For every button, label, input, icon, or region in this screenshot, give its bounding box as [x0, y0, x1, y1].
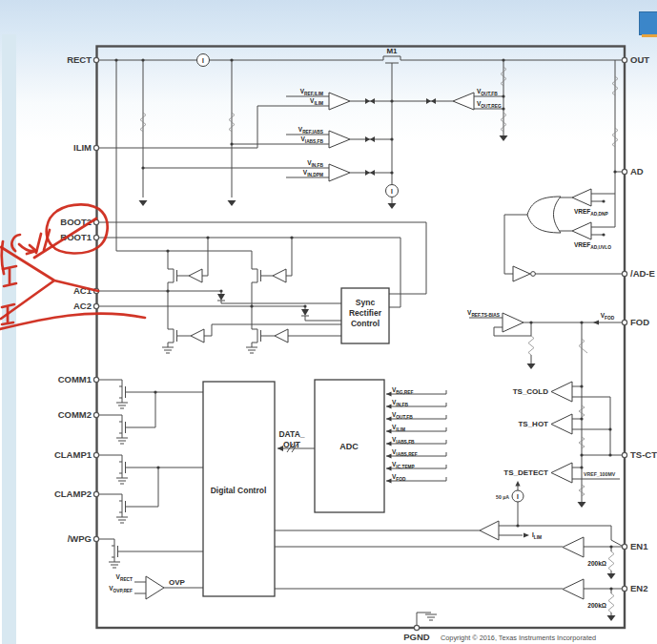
- adc-input-label: VIABS,REF: [392, 448, 418, 457]
- label-vref-ilim: VREF,ILIM: [300, 88, 323, 96]
- label-vout-reg: VOUT,REG: [477, 100, 502, 109]
- comparator-iabs: [329, 131, 350, 148]
- svg-text:ADC: ADC: [339, 442, 359, 451]
- digital-control-block: Digital Control: [203, 382, 275, 596]
- pin-ac2: AC2: [73, 301, 99, 311]
- label-vovp-ref: VOVP,REF: [109, 585, 133, 593]
- ts-cold-label: TS_COLD: [513, 387, 549, 396]
- svg-text:OUT: OUT: [630, 54, 649, 65]
- ts-detect-label: TS_DETECT: [503, 468, 548, 477]
- vref-100mv-label: VREF_100MV: [584, 471, 616, 477]
- sync-rectifier-control-block: Sync Rectifier Control: [341, 288, 389, 343]
- pgnd-circuit: [417, 613, 437, 625]
- block-diagram: M1 I I VREF,ILIM VILIM VREF,IABS VIABS,F…: [0, 0, 657, 644]
- gate-driver-lower-right: [275, 329, 288, 343]
- en1-circuit: [275, 526, 625, 573]
- svg-text:Sync: Sync: [356, 298, 376, 307]
- svg-text:I: I: [202, 57, 204, 64]
- label-viabs-fb: VIABS,FB: [300, 135, 323, 144]
- screenshot-root: M1 I I VREF,ILIM VILIM VREF,IABS VIABS,F…: [0, 0, 657, 644]
- red-i-mark-top: [3, 266, 16, 286]
- svg-text:CLAMP1: CLAMP1: [54, 449, 92, 460]
- label-vref-ad-dnp: VREFAD,DNP: [574, 208, 609, 217]
- gate-driver-upper-left: [189, 269, 202, 282]
- ts-bias-opamp: [469, 313, 582, 364]
- ts-hot-label: TS_HOT: [518, 420, 548, 428]
- gate-driver-lower-left: [191, 329, 204, 343]
- svg-text:PGND: PGND: [403, 632, 430, 642]
- comparator-ad-uvlo: [572, 222, 591, 239]
- pin-ad-en: /AD-E: [622, 268, 654, 279]
- pin-en1: EN1: [622, 541, 648, 551]
- svg-text:TS-CT: TS-CT: [630, 449, 657, 460]
- current-sense-source: I: [197, 54, 210, 67]
- svg-text:CLAMP2: CLAMP2: [54, 488, 92, 499]
- red-i-mark-bottom: [2, 304, 14, 324]
- pin-out: OUT: [622, 54, 649, 65]
- data-out-bus: DATA_ OUT: [277, 429, 315, 452]
- gate-driver-upper-right: [273, 269, 286, 282]
- svg-text:ILIM: ILIM: [73, 142, 92, 153]
- inverter-ad-enable: [513, 266, 535, 281]
- comparator-ad-dnp: [572, 189, 591, 206]
- label-vin-fb: VIN,FB: [307, 159, 323, 168]
- red-long-stroke: [0, 314, 145, 329]
- comparator-ilim-detect: [275, 521, 611, 540]
- pin-comm1: COMM1: [58, 374, 99, 384]
- label-200k-en2: 200kΩ: [587, 602, 606, 609]
- fod-wire: [582, 320, 625, 324]
- shunt-current-source: I: [386, 185, 399, 197]
- label-vfod: VFOD: [601, 312, 615, 321]
- comparator-vout: [453, 93, 474, 110]
- svg-text:Rectifier: Rectifier: [349, 308, 382, 318]
- adc-input-label: VBG,REF: [392, 386, 414, 395]
- pin-comm2: COMM2: [58, 409, 99, 420]
- label-ilim-out: ILIM: [532, 531, 542, 540]
- label-200k-en1: 200kΩ: [587, 560, 606, 567]
- svg-text:OUT: OUT: [283, 440, 301, 449]
- comparator-ts-cold: [551, 382, 572, 402]
- adc-input-label: VOUT,FB: [392, 411, 413, 420]
- svg-text:FOD: FOD: [630, 317, 649, 327]
- red-c-stroke: [11, 235, 20, 251]
- comparator-indpm: [329, 164, 350, 181]
- label-vrect: VRECT: [116, 573, 133, 582]
- pin-fod: FOD: [622, 317, 649, 327]
- svg-text:EN1: EN1: [630, 541, 648, 551]
- comparator-ilim: [329, 93, 350, 110]
- svg-text:COMM1: COMM1: [58, 374, 92, 384]
- comparator-ts-detect: [551, 463, 572, 483]
- svg-text:EN2: EN2: [630, 583, 647, 593]
- svg-text:I: I: [517, 493, 519, 500]
- en2-circuit: [275, 579, 625, 615]
- label-vref-ts-bias: VREF,TS-BIAS: [467, 309, 501, 318]
- pin-wpg: /WPG: [68, 533, 99, 544]
- comparator-ts-hot: [551, 414, 572, 434]
- svg-text:Control: Control: [351, 319, 380, 328]
- pin-ilim: ILIM: [73, 142, 99, 153]
- pin-clamp1: CLAMP1: [54, 449, 99, 460]
- svg-text:I: I: [391, 188, 393, 195]
- svg-text:RECT: RECT: [67, 54, 92, 65]
- svg-text:Digital Control: Digital Control: [211, 486, 267, 495]
- pin-rect: RECT: [67, 54, 98, 65]
- adc-block: ADC: [315, 380, 384, 512]
- adc-input-label: VIN,FB: [392, 399, 408, 407]
- bias-current-source-50ua: I: [512, 481, 524, 526]
- or-gate-ad: [527, 197, 561, 233]
- label-vref-ad-uvlo: VREFAD,UVLO: [574, 241, 611, 250]
- comm-clamp-wpg-wires: [96, 380, 203, 562]
- adc-input-label: VIABS,FB: [392, 436, 415, 445]
- adc-input-label: VILIM: [392, 424, 405, 432]
- red-circle-boot-pins: [47, 204, 108, 253]
- label-vout-fb: VOUT,FB: [477, 88, 498, 96]
- m1-label: M1: [386, 47, 398, 55]
- svg-text:/WPG: /WPG: [68, 533, 92, 544]
- top-section-wires: [96, 56, 625, 274]
- bridge-diodes: [217, 294, 309, 316]
- adc-input-label: VIC,TEMP: [392, 461, 416, 469]
- adc-input-label: VFOD: [392, 473, 406, 482]
- svg-text:COMM2: COMM2: [58, 409, 92, 420]
- label-vilim: VILIM: [310, 97, 323, 106]
- pin-ts-ct: TS-CT: [622, 449, 657, 460]
